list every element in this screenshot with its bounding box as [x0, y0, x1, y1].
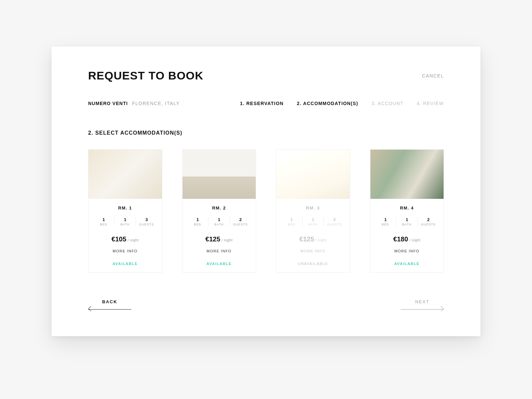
property-info: NUMERO VENTI FLORENCE, ITALY: [88, 101, 180, 106]
room-card: RM. 3 1 BED 1 BATH 3 GUESTS: [276, 149, 350, 273]
stat-bed: 1 BED: [375, 217, 396, 226]
room-card[interactable]: RM. 4 1 BED 1 BATH 2 GUESTS: [370, 149, 444, 273]
booking-window: REQUEST TO BOOK CANCEL NUMERO VENTI FLOR…: [52, 47, 480, 336]
room-card[interactable]: RM. 1 1 BED 1 BATH 3 GUESTS: [88, 149, 162, 273]
room-name: RM. 2: [187, 205, 251, 210]
arrow-left-icon: [88, 307, 131, 312]
stat-guests: 3 GUESTS: [136, 217, 157, 226]
cancel-button[interactable]: CANCEL: [422, 73, 444, 78]
status-badge: UNAVAILABLE: [281, 262, 345, 266]
property-location: FLORENCE, ITALY: [132, 101, 180, 106]
room-name: RM. 1: [93, 205, 157, 210]
room-image: [276, 150, 350, 199]
step-accommodations[interactable]: 2. ACCOMMODATION(S): [297, 101, 358, 106]
room-image: [370, 150, 444, 199]
stat-bath: 1 BATH: [302, 217, 324, 226]
room-price: €125/ night: [281, 235, 345, 243]
step-reservation[interactable]: 1. RESERVATION: [240, 101, 284, 106]
room-list: RM. 1 1 BED 1 BATH 3 GUESTS: [88, 149, 444, 273]
stat-bed: 1 BED: [93, 217, 114, 226]
page-title: REQUEST TO BOOK: [88, 69, 203, 82]
step-review[interactable]: 4. REVIEW: [417, 101, 444, 106]
back-button[interactable]: BACK: [88, 299, 131, 312]
more-info-link: MORE INFO: [281, 249, 345, 253]
more-info-link[interactable]: MORE INFO: [375, 249, 439, 253]
stat-guests: 2 GUESTS: [230, 217, 251, 226]
status-badge: AVAILABLE: [93, 262, 157, 266]
stat-bath: 1 BATH: [208, 217, 230, 226]
more-info-link[interactable]: MORE INFO: [93, 249, 157, 253]
stat-bed: 1 BED: [187, 217, 208, 226]
step-account[interactable]: 3. ACCOUNT: [371, 101, 403, 106]
room-name: RM. 4: [375, 205, 439, 210]
room-image: [183, 150, 256, 199]
back-label: BACK: [102, 299, 117, 304]
stat-bath: 1 BATH: [396, 217, 418, 226]
stat-bath: 1 BATH: [114, 217, 136, 226]
room-price: €180/ night: [375, 235, 439, 243]
property-name: NUMERO VENTI: [88, 101, 128, 106]
status-badge: AVAILABLE: [187, 262, 251, 266]
status-badge: AVAILABLE: [375, 262, 439, 266]
arrow-right-icon: [401, 307, 444, 312]
room-price: €105/ night: [93, 235, 157, 243]
section-title: 2. SELECT ACCOMMODATION(S): [88, 130, 444, 136]
room-card[interactable]: RM. 2 1 BED 1 BATH 2 GUESTS: [182, 149, 256, 273]
stat-bed: 1 BED: [281, 217, 302, 226]
step-indicator: 1. RESERVATION 2. ACCOMMODATION(S) 3. AC…: [240, 101, 444, 106]
more-info-link[interactable]: MORE INFO: [187, 249, 251, 253]
room-price: €125/ night: [187, 235, 251, 243]
next-button[interactable]: NEXT: [401, 299, 444, 312]
next-label: NEXT: [415, 299, 430, 304]
room-image: [88, 150, 162, 199]
stat-guests: 3 GUESTS: [324, 217, 345, 226]
room-name: RM. 3: [281, 205, 345, 210]
stat-guests: 2 GUESTS: [418, 217, 439, 226]
